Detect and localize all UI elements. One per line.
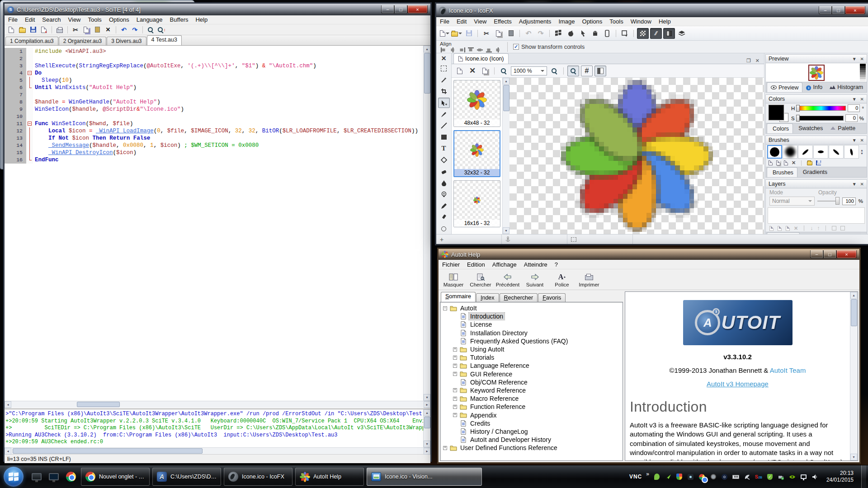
- menu-item-edition[interactable]: Edition: [463, 261, 489, 268]
- close-document-icon[interactable]: ✕: [755, 58, 760, 64]
- scroll-right-icon[interactable]: ▸: [424, 401, 430, 408]
- lighten-tool-icon[interactable]: [438, 189, 450, 200]
- menu-item-adjustments[interactable]: Adjustments: [515, 17, 555, 26]
- tab-rechercher[interactable]: Rechercher: [500, 293, 538, 302]
- brush-shape-2[interactable]: [783, 145, 797, 159]
- menu-item-file[interactable]: File: [5, 15, 21, 24]
- tree-item[interactable]: +Using AutoIt: [441, 345, 622, 353]
- tree-item[interactable]: AutoIt and Developer History: [441, 436, 622, 444]
- menu-item-atteindre[interactable]: Atteindre: [520, 261, 551, 268]
- close-toolbar-icon[interactable]: ✕: [438, 54, 450, 62]
- tree-item[interactable]: Introduction: [441, 312, 622, 320]
- merge-layer-icon[interactable]: [786, 226, 790, 231]
- transparency-toggle-button[interactable]: [594, 66, 606, 76]
- undo-icon[interactable]: ↶: [523, 28, 534, 39]
- menu-item-options[interactable]: Options: [105, 15, 133, 24]
- minimize-button[interactable]: −: [810, 250, 823, 258]
- menu-item-affichage[interactable]: Affichage: [489, 261, 520, 268]
- fold-margin[interactable]: [26, 120, 33, 127]
- scite-titlebar[interactable]: S C:\Users\ZDS\Desktop\Test.au3 - SciTE …: [5, 4, 430, 15]
- apple-export-icon[interactable]: [565, 28, 576, 39]
- paste-icon[interactable]: [505, 28, 516, 39]
- close-button[interactable]: ×: [845, 6, 865, 14]
- scroll-left-icon[interactable]: ◂: [5, 401, 11, 408]
- menu-item-tools[interactable]: Tools: [606, 17, 627, 26]
- zoom-out-icon[interactable]: [498, 66, 509, 76]
- save-icon[interactable]: [463, 28, 474, 39]
- show-transform-checkbox[interactable]: ✓: [513, 44, 519, 50]
- scroll-up-icon[interactable]: ▴: [850, 292, 857, 299]
- menu-item-tools[interactable]: Tools: [85, 15, 105, 24]
- hue-value[interactable]: 0: [848, 104, 860, 112]
- find-icon[interactable]: [146, 25, 156, 34]
- zoom-in-icon[interactable]: [549, 66, 560, 76]
- opacity-value[interactable]: 100: [842, 197, 856, 205]
- scrollbar-thumb[interactable]: [503, 85, 509, 111]
- move-layer-down-icon[interactable]: ↓: [810, 225, 813, 231]
- new-brush-icon[interactable]: [769, 160, 773, 165]
- collapse-icon[interactable]: −: [443, 306, 447, 310]
- hue-slider[interactable]: [797, 106, 846, 111]
- toggle-brush-icon[interactable]: ⁄⁄: [650, 28, 662, 39]
- help-titlebar[interactable]: AutoIt Help − □ ×: [439, 249, 859, 260]
- duplicate-brush-icon[interactable]: [776, 160, 780, 165]
- expand-icon[interactable]: +: [443, 446, 447, 450]
- maximize-button[interactable]: □: [832, 6, 845, 14]
- layers-icon[interactable]: [676, 28, 687, 39]
- save-brushes-icon[interactable]: [816, 160, 821, 165]
- brush-list-spinner[interactable]: ▲▼: [859, 149, 863, 155]
- chrome-tray-icon[interactable]: [698, 473, 706, 480]
- toggle-checker-icon[interactable]: [637, 28, 649, 39]
- align-button-5[interactable]: [476, 47, 484, 53]
- scroll-up-icon[interactable]: ▴: [424, 46, 430, 52]
- file-tab-1-compilation-au3[interactable]: 1 Compilation.au3: [5, 37, 58, 45]
- cut-icon[interactable]: ✂: [481, 28, 492, 39]
- toolbar-button-suivant[interactable]: Suivant: [522, 270, 548, 289]
- expand-icon[interactable]: +: [453, 388, 457, 392]
- menu-item-window[interactable]: Window: [627, 17, 655, 26]
- brush-shape-1[interactable]: [767, 145, 782, 159]
- print-icon[interactable]: [55, 25, 65, 34]
- undo-icon[interactable]: ↶: [119, 25, 129, 34]
- scrollbar-thumb[interactable]: [77, 402, 120, 407]
- toolbar-button-police[interactable]: A⁺Police: [549, 270, 575, 289]
- load-brushes-icon[interactable]: [807, 161, 812, 165]
- brush-shape-3[interactable]: [798, 145, 813, 159]
- crop-tool-icon[interactable]: [438, 86, 450, 97]
- file-tab-4-test-au3[interactable]: 4 Test.au3: [147, 35, 182, 45]
- taskbar-button-c-users-zds-des[interactable]: AC:\Users\ZDS\Des...: [152, 468, 221, 486]
- pixel-canvas[interactable]: [509, 78, 764, 234]
- icon-size-48x48-32[interactable]: 48x48 - 32: [453, 80, 500, 127]
- tree-item[interactable]: Obj/COM Reference: [441, 378, 622, 386]
- open-file-icon[interactable]: [451, 28, 462, 39]
- cursor-icon[interactable]: [577, 28, 588, 39]
- align-button-7[interactable]: [494, 47, 502, 53]
- maximize-button[interactable]: □: [823, 250, 836, 258]
- brush-shape-5[interactable]: [829, 145, 844, 159]
- toolbar-button-chercher[interactable]: Chercher: [467, 270, 494, 289]
- fold-collapse-icon[interactable]: [28, 71, 32, 75]
- delete-layer-icon[interactable]: ✕: [794, 225, 798, 231]
- close-file-icon[interactable]: x: [39, 25, 49, 34]
- s2b-icon[interactable]: S2B: [755, 473, 762, 480]
- redo-icon[interactable]: ↷: [130, 25, 140, 34]
- tab-gradients[interactable]: Gradients: [797, 167, 831, 177]
- icon-size-32x32-32[interactable]: 32x32 - 32: [453, 130, 500, 177]
- android-export-icon[interactable]: [590, 28, 600, 39]
- maximize-button[interactable]: □: [394, 5, 407, 14]
- tree-item[interactable]: +Appendix: [441, 411, 622, 419]
- menu-item-language[interactable]: Language: [133, 15, 166, 24]
- float-panel-icon[interactable]: ❐: [746, 58, 751, 64]
- delete-brush-icon[interactable]: ✕: [792, 160, 796, 166]
- scrollbar-thumb[interactable]: [424, 53, 430, 94]
- tab-colors[interactable]: Colors: [767, 123, 793, 133]
- text-tool-icon[interactable]: T: [438, 143, 450, 154]
- menu-item-effects[interactable]: Effects: [490, 17, 515, 26]
- editor-horizontal-scrollbar[interactable]: ◂ ▸: [5, 401, 430, 408]
- minimize-button[interactable]: −: [381, 5, 394, 14]
- eyedropper-tool-icon[interactable]: [438, 201, 450, 211]
- show-desktop-button[interactable]: [861, 465, 866, 488]
- close-panel-icon[interactable]: ✕: [860, 138, 864, 143]
- file-tab-3-divers-au3[interactable]: 3 Divers.au3: [107, 37, 146, 45]
- quick-launch-monitor-2[interactable]: [47, 470, 61, 483]
